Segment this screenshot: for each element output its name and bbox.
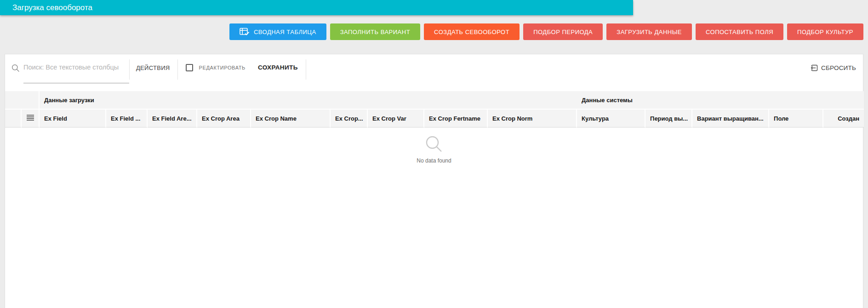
action-button-label: ЗАГРУЗИТЬ ДАННЫЕ	[617, 29, 682, 35]
column-group-header: Данные загрузки	[40, 91, 577, 110]
search-box	[11, 63, 129, 83]
page: { "header": { "title": "Загрузка севообо…	[0, 0, 868, 308]
edit-checkbox[interactable]	[186, 64, 193, 71]
search-input[interactable]	[23, 63, 129, 83]
toolbar-divider	[306, 59, 306, 80]
match-fields-button[interactable]: СОПОСТАВИТЬ ПОЛЯ	[696, 23, 783, 40]
column-header[interactable]: Культура	[577, 110, 645, 128]
load-data-button[interactable]: ЗАГРУЗИТЬ ДАННЫЕ	[606, 23, 692, 40]
row-selector-header	[5, 110, 22, 128]
reset-arrow-icon	[811, 64, 818, 72]
column-header[interactable]: Ex Crop Norm	[488, 110, 577, 128]
column-header[interactable]: Период вы...	[645, 110, 692, 128]
toolbar-divider	[129, 59, 130, 80]
empty-state: No data found	[5, 134, 863, 164]
column-header[interactable]: Создан	[823, 110, 864, 128]
crop-selection-button[interactable]: ПОДБОР КУЛЬТУР	[787, 23, 863, 40]
action-button-label: ПОДБОР ПЕРИОДА	[533, 29, 593, 35]
interactive-grid-panel: ДЕЙСТВИЯ РЕДАКТИРОВАТЬ СОХРАНИТЬ СБРОСИТ…	[5, 54, 863, 308]
column-group-header: Данные системы	[577, 91, 864, 110]
column-header[interactable]: Ex Field	[40, 110, 106, 128]
period-selection-button[interactable]: ПОДБОР ПЕРИОДА	[523, 23, 603, 40]
edit-toggle: РЕДАКТИРОВАТЬ	[186, 64, 246, 71]
column-group-row: Данные загрузкиДанные системы	[5, 91, 864, 110]
save-button[interactable]: СОХРАНИТЬ	[258, 64, 298, 71]
action-button-label: СВОДНАЯ ТАБЛИЦА	[254, 29, 316, 35]
column-header[interactable]: Вариант выращиван...	[692, 110, 769, 128]
column-header[interactable]: Ex Crop...	[331, 110, 368, 128]
action-button-label: СОПОСТАВИТЬ ПОЛЯ	[706, 29, 773, 35]
actions-menu-button[interactable]: ДЕЙСТВИЯ	[135, 64, 171, 71]
column-header-row: Ex FieldEx Field ...Ex Field Are...Ex Cr…	[5, 110, 864, 128]
column-group-header	[5, 91, 40, 110]
empty-state-label: No data found	[417, 157, 451, 164]
toolbar-divider	[177, 59, 178, 80]
column-header[interactable]: Ex Crop Var	[368, 110, 424, 128]
column-header[interactable]: Ex Field Are...	[148, 110, 197, 128]
selection-menu-button[interactable]	[22, 110, 40, 128]
reset-button-label: СБРОСИТЬ	[821, 64, 856, 71]
pivot-table-button[interactable]: СВОДНАЯ ТАБЛИЦА	[229, 23, 326, 40]
column-header[interactable]: Поле	[769, 110, 823, 128]
column-header[interactable]: Ex Crop Name	[251, 110, 331, 128]
page-title-bar: Загрузка севооборота	[0, 0, 633, 15]
column-header[interactable]: Ex Field ...	[106, 110, 148, 128]
edit-checkbox-label: РЕДАКТИРОВАТЬ	[199, 65, 246, 70]
action-button-label: ЗАПОЛНИТЬ ВАРИАНТ	[340, 29, 410, 35]
action-button-label: ПОДБОР КУЛЬТУР	[797, 29, 853, 35]
grid-toolbar: ДЕЙСТВИЯ РЕДАКТИРОВАТЬ СОХРАНИТЬ СБРОСИТ…	[5, 54, 863, 91]
search-icon	[11, 64, 20, 72]
pivot-table-icon	[240, 28, 250, 36]
column-header[interactable]: Ex Crop Fertname	[424, 110, 488, 128]
reset-button[interactable]: СБРОСИТЬ	[811, 64, 860, 72]
magnifier-icon	[424, 134, 444, 154]
column-header[interactable]: Ex Crop Area	[197, 110, 251, 128]
action-button-label: СОЗДАТЬ СЕВООБОРОТ	[434, 29, 509, 35]
fill-variant-button[interactable]: ЗАПОЛНИТЬ ВАРИАНТ	[330, 23, 420, 40]
page-title: Загрузка севооборота	[12, 3, 92, 12]
action-button-row: СВОДНАЯ ТАБЛИЦАЗАПОЛНИТЬ ВАРИАНТСОЗДАТЬ …	[5, 23, 863, 40]
menu-icon	[27, 115, 34, 121]
create-crop-rotation-button[interactable]: СОЗДАТЬ СЕВООБОРОТ	[424, 23, 520, 40]
interactive-grid: Данные загрузкиДанные системы Ex FieldEx…	[5, 91, 864, 128]
